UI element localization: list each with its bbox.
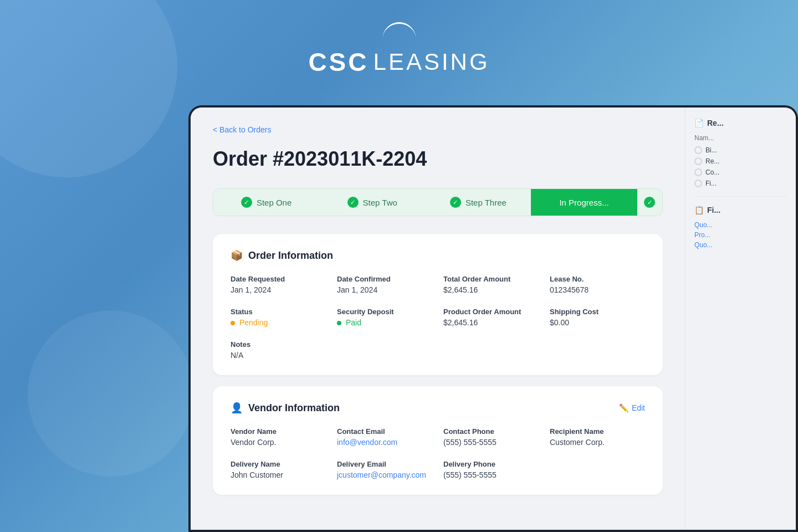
field-status: Status Pending — [231, 308, 326, 327]
radio-label-3: Co... — [705, 168, 719, 176]
status-value: Pending — [231, 318, 326, 327]
order-info-header: 📦 Order Information — [231, 249, 645, 262]
notes-label: Notes — [231, 340, 326, 349]
radio-item-2[interactable]: Re... — [694, 157, 787, 165]
contact-phone-value: (555) 555-5555 — [443, 438, 539, 447]
step-three-label: Step Three — [466, 198, 507, 207]
left-panel: < Back to Orders Order #2023011K-2204 ✓ … — [191, 108, 685, 530]
delivery-email-label: Delivery Email — [337, 460, 432, 468]
right-panel: 📄 Re... Nam... Bi... Re... — [685, 108, 796, 530]
product-order-amount-value: $2,645.16 — [443, 318, 539, 327]
field-delivery-email: Delivery Email jcustomer@company.com — [337, 460, 432, 479]
right-section-2-title: 📋 Fi... — [694, 206, 787, 214]
vendor-info-title: 👤 Vendor Information — [231, 402, 340, 414]
right-section-1-title-text: Re... — [707, 119, 724, 127]
date-confirmed-label: Date Confirmed — [337, 275, 432, 283]
vendor-edit-button[interactable]: ✏️ Edit — [619, 403, 645, 412]
field-contact-email: Contact Email info@vendor.com — [337, 427, 432, 447]
product-order-amount-label: Product Order Amount — [443, 308, 539, 316]
step-one[interactable]: ✓ Step One — [213, 189, 319, 216]
logo: CSC LEASING — [308, 47, 489, 77]
logo-csc: CSC — [308, 47, 369, 77]
steps-progress: ✓ Step One ✓ Step Two ✓ Step Three — [213, 188, 663, 216]
order-information-card: 📦 Order Information Date Requested Jan 1… — [213, 234, 663, 375]
right-section-2: 📋 Fi... Quo... Pro... Quo... — [694, 206, 787, 249]
edit-pencil-icon: ✏️ — [619, 403, 628, 412]
field-security-deposit: Security Deposit Paid — [337, 308, 432, 327]
list-icon: 📋 — [694, 206, 704, 214]
field-date-confirmed: Date Confirmed Jan 1, 2024 — [337, 275, 432, 294]
contact-phone-label: Contact Phone — [443, 427, 539, 436]
right-link-3[interactable]: Quo... — [694, 241, 787, 249]
step-three-check: ✓ — [450, 197, 461, 208]
notes-value: N/A — [231, 351, 326, 360]
field-contact-phone: Contact Phone (555) 555-5555 — [443, 427, 539, 447]
recipient-name-value: Customer Corp. — [550, 438, 645, 447]
contact-email-value[interactable]: info@vendor.com — [337, 438, 432, 447]
field-shipping-cost: Shipping Cost $0.00 — [550, 308, 645, 327]
status-label: Status — [231, 308, 326, 316]
back-to-orders-link[interactable]: < Back to Orders — [213, 125, 663, 134]
step-one-check: ✓ — [241, 197, 252, 208]
step-three[interactable]: ✓ Step Three — [425, 189, 531, 216]
contact-email-label: Contact Email — [337, 427, 432, 436]
tablet-frame: < Back to Orders Order #2023011K-2204 ✓ … — [188, 105, 798, 532]
right-radio-group: Bi... Re... Co... Fi... — [694, 146, 787, 187]
order-info-title-text: Order Information — [248, 250, 333, 262]
field-date-requested: Date Requested Jan 1, 2024 — [231, 275, 326, 294]
delivery-name-label: Delivery Name — [231, 460, 326, 468]
field-delivery-phone: Delivery Phone (555) 555-5555 — [443, 460, 539, 479]
step-last: ✓ — [637, 189, 662, 216]
radio-item-4[interactable]: Fi... — [694, 180, 787, 187]
delivery-phone-label: Delivery Phone — [443, 460, 539, 468]
status-dot-orange — [231, 321, 235, 325]
radio-label-1: Bi... — [705, 146, 717, 154]
radio-circle-3 — [694, 168, 702, 176]
vendor-info-header: 👤 Vendor Information ✏️ Edit — [231, 402, 645, 414]
right-divider — [694, 196, 787, 197]
shipping-cost-value: $0.00 — [550, 318, 645, 327]
order-title: Order #2023011K-2204 — [213, 147, 663, 171]
radio-label-2: Re... — [705, 157, 719, 165]
security-deposit-label: Security Deposit — [337, 308, 432, 316]
right-link-1[interactable]: Quo... — [694, 221, 787, 229]
order-info-title: 📦 Order Information — [231, 249, 333, 262]
radio-circle-2 — [694, 157, 702, 165]
step-last-check: ✓ — [644, 197, 655, 208]
field-product-order-amount: Product Order Amount $2,645.16 — [443, 308, 539, 327]
lease-no-value: 012345678 — [550, 285, 645, 294]
logo-leasing: LEASING — [374, 49, 490, 75]
shipping-cost-label: Shipping Cost — [550, 308, 645, 316]
person-icon: 👤 — [231, 402, 243, 414]
field-recipient-name: Recipient Name Customer Corp. — [550, 427, 645, 447]
vendor-information-card: 👤 Vendor Information ✏️ Edit Vendor Name… — [213, 386, 663, 495]
field-delivery-name: Delivery Name John Customer — [231, 460, 326, 479]
radio-label-4: Fi... — [705, 180, 717, 187]
lease-no-label: Lease No. — [550, 275, 645, 283]
step-two[interactable]: ✓ Step Two — [319, 189, 425, 216]
step-in-progress-label: In Progress... — [559, 198, 608, 207]
right-name-label: Nam... — [694, 134, 787, 142]
status-value-text: Pending — [239, 318, 268, 327]
field-notes: Notes N/A — [231, 340, 326, 360]
step-one-label: Step One — [257, 198, 291, 207]
step-in-progress[interactable]: In Progress... — [531, 189, 637, 216]
edit-label: Edit — [632, 403, 645, 412]
radio-circle-4 — [694, 180, 702, 187]
right-link-2[interactable]: Pro... — [694, 231, 787, 239]
order-info-fields: Date Requested Jan 1, 2024 Date Confirme… — [231, 275, 645, 360]
security-deposit-value-text: Paid — [346, 318, 361, 327]
delivery-phone-value: (555) 555-5555 — [443, 470, 539, 479]
field-total-order-amount: Total Order Amount $2,645.16 — [443, 275, 539, 294]
radio-item-1[interactable]: Bi... — [694, 146, 787, 154]
total-order-amount-label: Total Order Amount — [443, 275, 539, 283]
tablet-inner: < Back to Orders Order #2023011K-2204 ✓ … — [191, 108, 796, 530]
date-requested-value: Jan 1, 2024 — [231, 285, 326, 294]
delivery-email-value[interactable]: jcustomer@company.com — [337, 470, 432, 479]
right-section-2-title-text: Fi... — [707, 206, 720, 214]
field-lease-no: Lease No. 012345678 — [550, 275, 645, 294]
total-order-amount-value: $2,645.16 — [443, 285, 539, 294]
radio-item-3[interactable]: Co... — [694, 168, 787, 176]
delivery-name-value: John Customer — [231, 470, 326, 479]
vendor-name-label: Vendor Name — [231, 427, 326, 436]
